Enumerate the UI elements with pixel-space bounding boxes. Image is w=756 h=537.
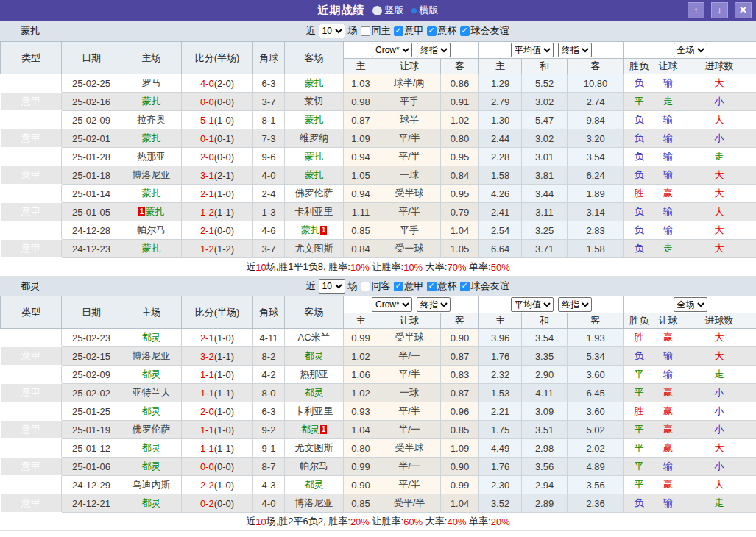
eu-home-odds-cell: 2.54 (479, 221, 522, 240)
outcome-cell: 平 (624, 384, 654, 402)
ah-line-cell: 球半 (378, 111, 441, 129)
match-row: 意甲24-12-28帕尔马2-1(0-0)4-6蒙扎10.85平手1.042.5… (1, 221, 756, 240)
team-label: 帕尔马 (300, 460, 328, 472)
goals-result-cell: 小 (682, 129, 756, 148)
subcol-handicap-result: 让球 (654, 59, 682, 74)
checkbox-checked-icon[interactable] (394, 26, 403, 36)
score-cell: 2-1(0-0) (182, 221, 253, 240)
filter-checkbox-同主[interactable]: 同主 (361, 24, 391, 38)
match-count-select[interactable]: 10 (319, 279, 345, 294)
team-label: 都灵 (305, 479, 324, 490)
checkbox-unchecked-icon[interactable] (361, 282, 370, 291)
home-team-cell: 罗马 (121, 74, 182, 93)
date-cell: 24-12-21 (62, 494, 121, 513)
subcol-goals: 进球数 (682, 59, 756, 74)
ah-away-odds-cell: 0.87 (441, 347, 479, 366)
checkbox-checked-icon[interactable] (460, 282, 470, 291)
checkbox-checked-icon[interactable] (427, 282, 437, 291)
ah-away-odds-cell: 0.84 (441, 166, 479, 185)
filter-checkbox-同客[interactable]: 同客 (361, 280, 391, 293)
titlebar: 近期战绩 竖版 横版 ↑ ↓ ✕ (0, 0, 756, 21)
scope-select[interactable]: 全场 (674, 297, 707, 312)
scope-select[interactable]: 全场 (674, 43, 707, 57)
home-team-cell: 拉齐奥 (121, 111, 182, 129)
eu-home-odds-cell: 2.44 (479, 129, 522, 148)
away-team-cell: 尤文图斯 (285, 240, 344, 258)
ah-line-cell: 受半球 (378, 329, 441, 347)
red-card-badge: 1 (138, 207, 146, 216)
radio-horizontal-layout[interactable]: 横版 (411, 4, 439, 17)
checkbox-checked-icon[interactable] (460, 26, 470, 36)
radio-vertical-layout[interactable]: 竖版 (372, 4, 404, 17)
eu-draw-odds-cell: 3.51 (522, 421, 568, 439)
eu-away-odds-cell: 3.20 (568, 129, 624, 148)
bookmaker-select[interactable]: Crow* (372, 297, 412, 312)
checkbox-checked-icon[interactable] (427, 26, 437, 36)
final-index2-select[interactable]: 终指 (558, 43, 592, 57)
team-label: 都灵 (305, 387, 324, 398)
handicap-result-cell: 输 (654, 366, 682, 384)
final-index-select[interactable]: 终指 (417, 297, 451, 312)
filter-checkbox-意杯[interactable]: 意杯 (427, 24, 457, 38)
ah-home-odds-cell: 1.04 (344, 421, 378, 439)
filter-checkbox-意杯[interactable]: 意杯 (427, 280, 457, 293)
final-index2-select[interactable]: 终指 (558, 297, 592, 312)
bookmaker-select[interactable]: Crow* (372, 43, 412, 57)
filter-checkbox-球会友谊[interactable]: 球会友谊 (460, 24, 509, 38)
filter-checkbox-意甲[interactable]: 意甲 (394, 24, 424, 38)
corners-cell: 6-3 (253, 402, 285, 421)
league-cell: 意甲 (1, 439, 62, 458)
average-select[interactable]: 平均值 (511, 43, 554, 57)
subcol-ah-home: 主 (344, 313, 378, 329)
league-cell: 意甲 (1, 111, 62, 129)
league-cell: 意甲 (1, 402, 62, 421)
ah-home-odds-cell: 1.03 (344, 74, 378, 93)
radio-unselected-icon[interactable] (411, 8, 417, 13)
col-header-date: 日期 (62, 296, 121, 329)
close-button[interactable]: ✕ (735, 2, 752, 18)
handicap-result-cell: 输 (654, 347, 682, 366)
date-cell: 25-02-01 (62, 129, 121, 148)
summary-value: 10% (350, 262, 370, 273)
fulltime-score: 1-2 (200, 207, 214, 218)
checkbox-unchecked-icon[interactable] (361, 26, 370, 36)
eu-draw-odds-cell: 3.71 (522, 240, 568, 258)
euro-odds-header: 平均值 终指 (479, 296, 624, 313)
summary-value: 50% (491, 262, 510, 273)
team-label: 热那亚 (137, 151, 166, 162)
halftime-score: (1-1) (214, 443, 234, 454)
summary-value: 10 (255, 516, 266, 527)
goals-result-cell: 小 (682, 384, 756, 402)
col-header-score: 比分(半场) (182, 42, 253, 74)
away-team-cell: 蒙扎1 (285, 221, 344, 240)
eu-away-odds-cell: 5.02 (568, 421, 624, 439)
team-label: 佛罗伦萨 (133, 424, 171, 435)
filter-checkbox-意甲[interactable]: 意甲 (394, 280, 424, 293)
match-count-select[interactable]: 10 (319, 24, 345, 38)
ah-away-odds-cell: 1.09 (441, 439, 479, 458)
summary-value: 20% (491, 516, 510, 527)
eu-home-odds-cell: 1.30 (479, 111, 522, 129)
ah-away-odds-cell: 0.95 (441, 148, 479, 166)
subcol-ah-away: 客 (441, 313, 479, 329)
score-cell: 1-1(1-1) (182, 384, 253, 402)
filter-checkbox-球会友谊[interactable]: 球会友谊 (460, 280, 509, 293)
eu-home-odds-cell: 2.21 (479, 402, 522, 421)
match-row: 意甲24-12-23蒙扎1-2(1-2)3-7尤文图斯0.84受一球1.056.… (1, 240, 756, 258)
move-down-button[interactable]: ↓ (711, 2, 728, 18)
date-cell: 25-01-06 (62, 458, 121, 476)
date-cell: 25-02-25 (62, 74, 121, 93)
window-buttons: ↑ ↓ ✕ (688, 2, 752, 18)
radio-selected-icon[interactable] (372, 6, 382, 15)
filter-label: 意甲 (405, 280, 424, 293)
halftime-score: (1-1) (214, 388, 234, 399)
checkbox-checked-icon[interactable] (394, 282, 403, 291)
summary-text: 单率: (466, 515, 490, 528)
subcol-outcome: 胜负 (624, 59, 654, 74)
ah-line-cell: 受一球 (378, 240, 441, 258)
average-select[interactable]: 平均值 (511, 297, 554, 312)
final-index-select[interactable]: 终指 (417, 43, 451, 57)
move-up-button[interactable]: ↑ (688, 2, 704, 18)
handicap-result-cell: 赢 (654, 329, 682, 347)
league-cell: 意甲 (1, 203, 62, 221)
